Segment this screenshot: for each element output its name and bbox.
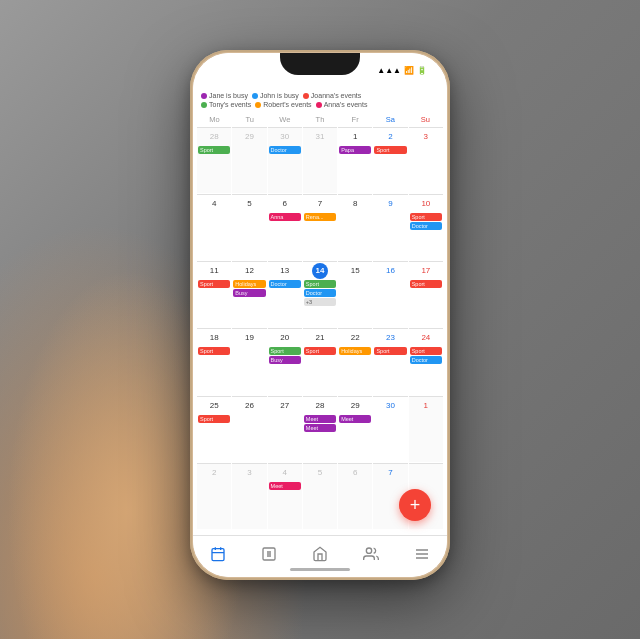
cal-date-w0d2: 30 (277, 129, 293, 145)
day-header-tu: Tu (232, 113, 267, 126)
cal-cell-w4d4[interactable]: 29Meet (338, 396, 372, 462)
event-tag-w2d2e0[interactable]: Doctor (269, 280, 301, 288)
event-tag-w2d3e0[interactable]: Sport (304, 280, 336, 288)
event-tag-w4d0e0[interactable]: Sport (198, 415, 230, 423)
nav-people[interactable] (363, 546, 379, 562)
notch (280, 53, 360, 75)
legend-label-jane: Jane is busy (209, 92, 248, 99)
cal-date-w2d4: 15 (347, 263, 363, 279)
event-tag-w4d4e0[interactable]: Meet (339, 415, 371, 423)
cal-cell-w4d1[interactable]: 26 (232, 396, 266, 462)
cal-cell-w1d4[interactable]: 8 (338, 194, 372, 260)
cal-cell-w0d4[interactable]: 1Papa (338, 127, 372, 193)
cal-date-w5d0: 2 (206, 465, 222, 481)
event-tag-w3d0e0[interactable]: Sport (198, 347, 230, 355)
cal-cell-w2d1[interactable]: 12HolidaysBusy (232, 261, 266, 327)
event-tag-w0d4e0[interactable]: Papa (339, 146, 371, 154)
cal-cell-w5d2[interactable]: 4Meet (268, 463, 302, 529)
fab-button[interactable]: + (399, 489, 431, 521)
cal-cell-w0d5[interactable]: 2Sport (373, 127, 407, 193)
event-tag-w2d0e0[interactable]: Sport (198, 280, 230, 288)
cal-cell-w2d5[interactable]: 16 (373, 261, 407, 327)
event-tag-w4d3e0[interactable]: Meet (304, 415, 336, 423)
cal-cell-w0d2[interactable]: 30Doctor (268, 127, 302, 193)
cal-cell-w4d3[interactable]: 28MeetMeet (303, 396, 337, 462)
cal-date-w0d5: 2 (383, 129, 399, 145)
event-tag-w2d3e1[interactable]: Doctor (304, 289, 336, 297)
cal-cell-w5d4[interactable]: 6 (338, 463, 372, 529)
cal-cell-w1d6[interactable]: 10SportDoctor (409, 194, 443, 260)
cal-cell-w2d2[interactable]: 13Doctor (268, 261, 302, 327)
cal-date-w5d3: 5 (312, 465, 328, 481)
cal-cell-w1d3[interactable]: 7Rena... (303, 194, 337, 260)
legend: Jane is busy John is busy Joanna's event… (193, 89, 447, 113)
cal-date-w0d4: 1 (347, 129, 363, 145)
cal-cell-w1d0[interactable]: 4 (197, 194, 231, 260)
cal-cell-w4d5[interactable]: 30 (373, 396, 407, 462)
event-tag-w1d6e0[interactable]: Sport (410, 213, 442, 221)
cal-cell-w1d2[interactable]: 6Anna (268, 194, 302, 260)
cal-cell-w4d2[interactable]: 27 (268, 396, 302, 462)
cal-cell-w2d3[interactable]: 14SportDoctor+3 (303, 261, 337, 327)
event-tag-w4d3e1[interactable]: Meet (304, 424, 336, 432)
cal-date-w2d5: 16 (383, 263, 399, 279)
cal-date-w5d4: 6 (347, 465, 363, 481)
nav-home[interactable] (312, 546, 328, 562)
event-tag-w2d1e1[interactable]: Busy (233, 289, 265, 297)
cal-cell-w1d5[interactable]: 9 (373, 194, 407, 260)
cal-date-w4d5: 30 (383, 398, 399, 414)
event-tag-w3d6e0[interactable]: Sport (410, 347, 442, 355)
event-tag-w3d6e1[interactable]: Doctor (410, 356, 442, 364)
cal-date-w2d6: 17 (418, 263, 434, 279)
cal-cell-w3d0[interactable]: 18Sport (197, 328, 231, 394)
event-tag-w3d2e0[interactable]: Sport (269, 347, 301, 355)
cal-cell-w3d2[interactable]: 20SportBusy (268, 328, 302, 394)
event-tag-w0d2e0[interactable]: Doctor (269, 146, 301, 154)
cal-date-w1d1: 5 (241, 196, 257, 212)
cal-cell-w3d6[interactable]: 24SportDoctor (409, 328, 443, 394)
cal-cell-w5d0[interactable]: 2 (197, 463, 231, 529)
cal-cell-w0d1[interactable]: 29 (232, 127, 266, 193)
event-tag-w2d1e0[interactable]: Holidays (233, 280, 265, 288)
cal-cell-w5d3[interactable]: 5 (303, 463, 337, 529)
cal-cell-w1d1[interactable]: 5 (232, 194, 266, 260)
nav-menu[interactable] (414, 546, 430, 562)
cal-cell-w4d6[interactable]: 1 (409, 396, 443, 462)
cal-cell-w5d1[interactable]: 3 (232, 463, 266, 529)
event-tag-w1d2e0[interactable]: Anna (269, 213, 301, 221)
cal-cell-w3d4[interactable]: 22Holidays (338, 328, 372, 394)
day-header-fr: Fr (338, 113, 373, 126)
cal-cell-w3d5[interactable]: 23Sport (373, 328, 407, 394)
cal-cell-w0d3[interactable]: 31 (303, 127, 337, 193)
day-header-su: Su (408, 113, 443, 126)
cal-cell-w2d4[interactable]: 15 (338, 261, 372, 327)
event-tag-w1d6e1[interactable]: Doctor (410, 222, 442, 230)
day-header-mo: Mo (197, 113, 232, 126)
cal-cell-w3d1[interactable]: 19 (232, 328, 266, 394)
event-tag-w3d3e0[interactable]: Sport (304, 347, 336, 355)
event-tag-w2d3e2[interactable]: +3 (304, 298, 336, 306)
cal-cell-w0d0[interactable]: 28Sport (197, 127, 231, 193)
cal-cell-w2d6[interactable]: 17Sport (409, 261, 443, 327)
calendar: Mo Tu We Th Fr Sa Su 28Sport2930Doctor31… (193, 113, 447, 535)
cal-cell-w2d0[interactable]: 11Sport (197, 261, 231, 327)
event-tag-w3d5e0[interactable]: Sport (374, 347, 406, 355)
event-tag-w3d2e1[interactable]: Busy (269, 356, 301, 364)
home-indicator (290, 568, 350, 571)
legend-label-joanna: Joanna's events (311, 92, 361, 99)
event-tag-w2d6e0[interactable]: Sport (410, 280, 442, 288)
cal-cell-w3d3[interactable]: 21Sport (303, 328, 337, 394)
event-tag-w0d0e0[interactable]: Sport (198, 146, 230, 154)
cal-date-w0d6: 3 (418, 129, 434, 145)
legend-tony: Tony's events (201, 101, 251, 108)
nav-calendar[interactable] (210, 546, 226, 562)
event-tag-w0d5e0[interactable]: Sport (374, 146, 406, 154)
event-tag-w5d2e0[interactable]: Meet (269, 482, 301, 490)
cal-cell-w4d0[interactable]: 25Sport (197, 396, 231, 462)
event-tag-w1d3e0[interactable]: Rena... (304, 213, 336, 221)
event-tag-w3d4e0[interactable]: Holidays (339, 347, 371, 355)
cal-cell-w0d6[interactable]: 3 (409, 127, 443, 193)
cal-date-w5d1: 3 (241, 465, 257, 481)
nav-list[interactable] (261, 546, 277, 562)
legend-label-anna: Anna's events (324, 101, 368, 108)
